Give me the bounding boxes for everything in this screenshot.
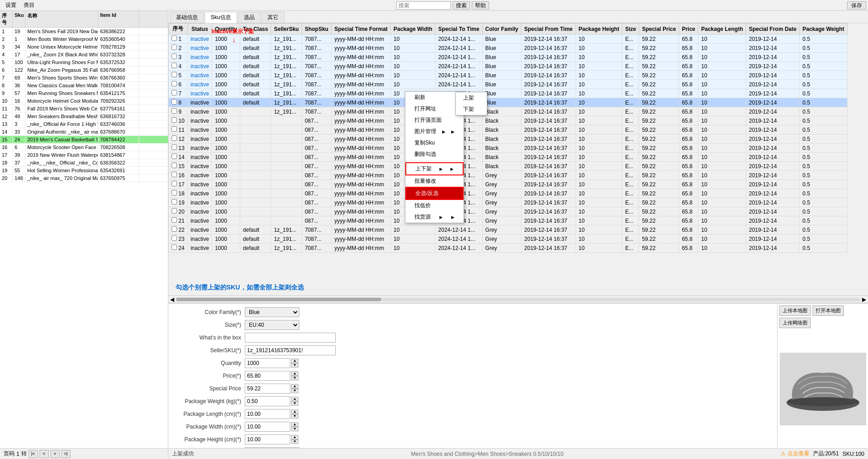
ctx-copy-sku[interactable]: 复制Sku (405, 137, 464, 149)
form-box-input[interactable] (245, 333, 336, 343)
table-cell[interactable]: 23 (169, 234, 188, 244)
upload-net-img-btn[interactable]: 上传网络图 (779, 318, 811, 328)
left-table-row[interactable]: 16 6 Motorcycle Scooter Open Face Half H… (0, 144, 168, 151)
ctx-batch-edit[interactable]: 批量修改 (405, 175, 464, 187)
page-last[interactable]: >| (61, 450, 71, 458)
scroll-right-btn[interactable]: ▶ (860, 296, 868, 303)
left-table-row[interactable]: 8 36 New Classics Casual Men Walking Sho… (0, 82, 168, 90)
left-table-row[interactable]: 10 16 Motorcycle Helmet Cool Modular Mot… (0, 97, 168, 105)
sp-down[interactable]: ▼ (291, 389, 298, 393)
left-table-row[interactable]: 17 39 2019 New Winter Flush Waterproof S… (0, 151, 168, 159)
left-table-row[interactable]: 18 37 _nike_ _nike_ Official _nike_ Cour… (0, 159, 168, 167)
table-row[interactable]: 12inactive1000087...yyyy-MM-dd HH:mm1020… (169, 135, 848, 144)
pkg-height-down[interactable]: ▼ (291, 439, 298, 444)
left-table-row[interactable]: 1 19 Men's Shoes Fall 2019 New Daddy Sho… (0, 28, 168, 35)
open-local-img-btn[interactable]: 打开本地图 (812, 305, 844, 316)
table-cell[interactable]: 8 (169, 98, 188, 107)
table-cell[interactable]: 11 (169, 125, 188, 135)
left-table-row[interactable]: 4 17 _nike_ Zoom 2X Black And White Pand… (0, 51, 168, 59)
table-row[interactable]: 19inactive1000087...yyyy-MM-dd HH:mm1020… (169, 198, 848, 207)
pkg-length-up[interactable]: ▲ (291, 409, 298, 414)
table-row[interactable]: 9inactive10001z_191...7087...yyyy-MM-dd … (169, 107, 848, 116)
table-cell[interactable]: 1 (169, 35, 188, 44)
pkg-height-up[interactable]: ▲ (291, 435, 298, 439)
table-cell[interactable]: 17 (169, 180, 188, 189)
scroll-thumb[interactable] (176, 298, 381, 301)
scroll-track[interactable] (176, 298, 860, 301)
ctx-find-low[interactable]: 找低价 (405, 200, 464, 211)
scroll-left-btn[interactable]: ◀ (168, 296, 176, 303)
ctx-open-page[interactable]: 打开蒲页面 (405, 115, 464, 126)
tab-sku-info[interactable]: Sku信息 (205, 12, 237, 23)
left-table-row[interactable]: 13 3 _nike_ Official Air Force 1 High '0… (0, 120, 168, 128)
table-row[interactable]: 7inactive1000default1z_191...7087...yyyy… (169, 89, 848, 98)
search-input[interactable] (396, 1, 451, 10)
left-table-row[interactable]: 5 100 Ultra-Light Running Shoes For Men … (0, 59, 168, 66)
tab-shipping[interactable]: 选品 (238, 12, 261, 23)
form-pkg-height-input[interactable] (245, 434, 290, 444)
table-row[interactable]: 3inactive1000default1z_191...7087...yyyy… (169, 53, 848, 62)
sku-table-wrap[interactable]: Inactive表示下架 ↓ 序号 Status Quantity Tax Cl… (168, 23, 868, 280)
left-table-row[interactable]: 2 1 Men Boots Winter Waterproof Men Shoe… (0, 35, 168, 43)
ctx-shelve[interactable]: 上下架 ▶ 上架 下架 (405, 162, 464, 175)
ctx-open-url[interactable]: 打开网址 (405, 103, 464, 115)
qty-spinner[interactable]: ▲ ▼ (291, 359, 298, 368)
tab-basic-info[interactable]: 基础信息 (170, 12, 204, 23)
ctx-find-source[interactable]: 找货源 ▶ (405, 211, 464, 223)
pkg-weight-up[interactable]: ▲ (291, 397, 298, 401)
ctx-delete-sel[interactable]: 删除勾选 (405, 149, 464, 160)
form-pkg-weight-input[interactable] (245, 396, 290, 406)
table-row[interactable]: 23inactive1000default1z_191...7087...yyy… (169, 234, 848, 244)
table-row[interactable]: 6inactive1000default1z_191...7087...yyyy… (169, 80, 848, 89)
table-row[interactable]: 16inactive1000087...yyyy-MM-dd HH:mm1020… (169, 171, 848, 180)
save-button[interactable]: 保存 (847, 1, 866, 10)
page-prev[interactable]: < (40, 450, 49, 458)
left-table-row[interactable]: 6 122 Nike_Air Zoom Pegasus 35 Fall Runn… (0, 66, 168, 74)
form-price-input[interactable] (245, 371, 290, 381)
form-qty-input[interactable] (245, 358, 290, 368)
menu-category[interactable]: 类目 (20, 0, 38, 10)
menu-settings[interactable]: 设置 (2, 0, 20, 10)
pkg-length-down[interactable]: ▼ (291, 414, 298, 419)
pkg-width-down[interactable]: ▼ (291, 427, 298, 431)
table-row[interactable]: 8inactive1000default1z_191...7087...yyyy… (169, 98, 848, 107)
table-cell[interactable]: 2 (169, 44, 188, 53)
table-cell[interactable]: 20 (169, 207, 188, 216)
qty-down[interactable]: ▼ (291, 363, 298, 368)
table-cell[interactable]: 12 (169, 135, 188, 144)
page-first[interactable]: |< (29, 450, 38, 458)
ctx-refresh[interactable]: 刷新 (405, 92, 464, 103)
left-table-row[interactable]: 3 34 None Unisex Motorcycle Helmet With … (0, 43, 168, 51)
form-pkg-length-input[interactable] (245, 409, 290, 419)
table-cell[interactable]: 10 (169, 116, 188, 125)
table-row[interactable]: 20inactive1000087...yyyy-MM-dd HH:mm1020… (169, 207, 848, 216)
table-cell[interactable]: 13 (169, 144, 188, 153)
table-row[interactable]: 21inactive1000087...yyyy-MM-dd HH:mm1020… (169, 216, 848, 225)
table-row[interactable]: 10inactive1000087...yyyy-MM-dd HH:mm1020… (169, 116, 848, 125)
table-row[interactable]: 18inactive1000087...yyyy-MM-dd HH:mm1020… (169, 189, 848, 198)
table-cell[interactable]: 16 (169, 171, 188, 180)
table-row[interactable]: 4inactive1000default1z_191...7087...yyyy… (169, 62, 848, 71)
form-color-select[interactable]: BlueBlackGrey (245, 307, 299, 317)
left-table-row[interactable]: 11 76 Fall 2019 Men's Shoes Web Celebrit… (0, 105, 168, 113)
ctx-image-manage[interactable]: 图片管理 ▶ (405, 126, 464, 137)
table-cell[interactable]: 6 (169, 80, 188, 89)
table-row[interactable]: 22inactive1000default1z_191...7087...yyy… (169, 225, 848, 234)
price-up[interactable]: ▲ (291, 371, 298, 376)
pkg-height-spinner[interactable]: ▲ ▼ (291, 435, 298, 444)
ctx-shelve-down[interactable]: 下架 (456, 104, 487, 115)
table-cell[interactable]: 22 (169, 225, 188, 234)
table-row[interactable]: 2inactive1000default1z_191...7087...yyyy… (169, 44, 848, 53)
table-row[interactable]: 15inactive1000087...yyyy-MM-dd HH:mm1020… (169, 162, 848, 171)
left-table-row[interactable]: 14 33 Original Authentic _nike_ air max_… (0, 128, 168, 136)
pkg-width-spinner[interactable]: ▲ ▼ (291, 422, 298, 431)
table-cell[interactable]: 18 (169, 189, 188, 198)
table-row[interactable]: 11inactive1000087...yyyy-MM-dd HH:mm1020… (169, 125, 848, 135)
ctx-shelve-up[interactable]: 上架 (456, 92, 487, 104)
search-button[interactable]: 搜索 (453, 1, 470, 10)
table-row[interactable]: 1inactive1000default1z_191...7087...yyyy… (169, 35, 848, 44)
upload-local-img-btn[interactable]: 上传本地图 (779, 305, 811, 316)
form-sellersku-input[interactable] (245, 345, 336, 355)
price-down[interactable]: ▼ (291, 376, 298, 380)
qty-up[interactable]: ▲ (291, 359, 298, 363)
